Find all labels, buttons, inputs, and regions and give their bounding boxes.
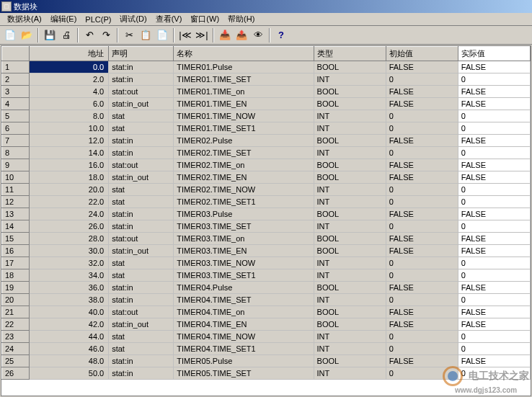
cell-initial-value[interactable]: FALSE xyxy=(386,86,458,98)
cell-address[interactable]: 16.0 xyxy=(30,159,109,171)
row-number[interactable]: 2 xyxy=(2,73,30,86)
save-icon[interactable]: 💾 xyxy=(42,27,58,43)
cell-actual-value[interactable]: FALSE xyxy=(458,159,530,171)
cell-declaration[interactable]: stat:out xyxy=(109,306,174,318)
table-row[interactable]: 10.0stat:inTIMER01.PulseBOOLFALSEFALSE xyxy=(2,61,531,73)
cell-type[interactable]: INT xyxy=(314,257,386,269)
cell-actual-value[interactable]: 0 xyxy=(458,257,530,269)
cell-actual-value[interactable]: 0 xyxy=(458,220,530,233)
menu-help[interactable]: 帮助(H) xyxy=(223,13,259,25)
cell-type[interactable]: INT xyxy=(314,367,386,380)
cell-address[interactable]: 22.0 xyxy=(30,196,109,208)
cell-name[interactable]: TIMER03.TIME_NOW xyxy=(174,257,314,269)
open-icon[interactable]: 📂 xyxy=(19,27,35,43)
col-address[interactable]: 地址 xyxy=(30,47,109,61)
menu-window[interactable]: 窗口(W) xyxy=(186,13,223,25)
cell-type[interactable]: INT xyxy=(314,147,386,159)
cell-type[interactable]: BOOL xyxy=(314,171,386,184)
upload-icon[interactable]: 📤 xyxy=(234,27,249,43)
row-number[interactable]: 8 xyxy=(2,147,30,159)
cell-address[interactable]: 46.0 xyxy=(30,343,109,355)
cell-type[interactable]: BOOL xyxy=(314,282,386,294)
cell-declaration[interactable]: stat:in_out xyxy=(109,171,174,184)
cell-initial-value[interactable]: 0 xyxy=(386,147,458,159)
cell-name[interactable]: TIMER03.Pulse xyxy=(174,208,314,220)
cell-type[interactable]: BOOL xyxy=(314,208,386,220)
cell-name[interactable]: TIMER04.Pulse xyxy=(174,282,314,294)
print-icon[interactable]: 🖨 xyxy=(58,27,74,43)
cell-name[interactable]: TIMER01.TIME_on xyxy=(174,86,314,98)
cell-actual-value[interactable]: 0 xyxy=(458,184,530,196)
cell-address[interactable]: 0.0 xyxy=(30,61,109,73)
cell-address[interactable]: 4.0 xyxy=(30,86,109,98)
table-row[interactable]: 2140.0stat:outTIMER04.TIME_onBOOLFALSEFA… xyxy=(2,306,531,318)
cell-initial-value[interactable]: FALSE xyxy=(386,355,458,367)
cell-type[interactable]: BOOL xyxy=(314,61,386,73)
cell-declaration[interactable]: stat:in xyxy=(109,355,174,367)
goto-end-icon[interactable]: ≫| xyxy=(194,27,210,43)
cell-declaration[interactable]: stat:out xyxy=(109,86,174,98)
cell-type[interactable]: INT xyxy=(314,73,386,86)
cell-type[interactable]: INT xyxy=(314,331,386,343)
table-row[interactable]: 916.0stat:outTIMER02.TIME_onBOOLFALSEFAL… xyxy=(2,159,531,171)
cell-address[interactable]: 34.0 xyxy=(30,269,109,282)
cell-initial-value[interactable]: 0 xyxy=(386,294,458,306)
cell-declaration[interactable]: stat xyxy=(109,196,174,208)
new-icon[interactable]: 📄 xyxy=(2,27,18,43)
cell-initial-value[interactable]: FALSE xyxy=(386,98,458,110)
row-number[interactable]: 23 xyxy=(2,331,30,343)
table-row[interactable]: 1834.0statTIMER03.TIME_SET1INT00 xyxy=(2,269,531,282)
row-number[interactable]: 25 xyxy=(2,355,30,367)
cell-name[interactable]: TIMER05.TIME_SET xyxy=(174,367,314,380)
cell-actual-value[interactable]: FALSE xyxy=(458,282,530,294)
row-number[interactable]: 1 xyxy=(2,61,30,73)
menu-datablock[interactable]: 数据块(A) xyxy=(3,13,46,25)
cell-declaration[interactable]: stat xyxy=(109,110,174,122)
cell-type[interactable]: BOOL xyxy=(314,159,386,171)
cell-declaration[interactable]: stat:in xyxy=(109,61,174,73)
cell-address[interactable]: 44.0 xyxy=(30,331,109,343)
table-row[interactable]: 46.0stat:in_outTIMER01.TIME_ENBOOLFALSEF… xyxy=(2,98,531,110)
cell-address[interactable]: 20.0 xyxy=(30,184,109,196)
row-number[interactable]: 16 xyxy=(2,245,30,257)
table-row[interactable]: 1120.0statTIMER02.TIME_NOWINT00 xyxy=(2,184,531,196)
row-number[interactable]: 11 xyxy=(2,184,30,196)
cell-type[interactable]: BOOL xyxy=(314,86,386,98)
cell-initial-value[interactable]: 0 xyxy=(386,184,458,196)
cell-initial-value[interactable]: 0 xyxy=(386,367,458,380)
cell-address[interactable]: 8.0 xyxy=(30,110,109,122)
cell-declaration[interactable]: stat:in xyxy=(109,367,174,380)
cell-declaration[interactable]: stat xyxy=(109,257,174,269)
cell-name[interactable]: TIMER04.TIME_SET1 xyxy=(174,343,314,355)
cell-type[interactable]: INT xyxy=(314,220,386,233)
cell-address[interactable]: 6.0 xyxy=(30,98,109,110)
cell-type[interactable]: INT xyxy=(314,196,386,208)
cell-initial-value[interactable]: FALSE xyxy=(386,306,458,318)
table-row[interactable]: 1732.0statTIMER03.TIME_NOWINT00 xyxy=(2,257,531,269)
col-rownum[interactable] xyxy=(2,47,30,61)
cell-address[interactable]: 10.0 xyxy=(30,122,109,135)
cell-declaration[interactable]: stat:in xyxy=(109,73,174,86)
cell-actual-value[interactable]: 0 xyxy=(458,110,530,122)
cell-actual-value[interactable]: FALSE xyxy=(458,208,530,220)
cell-name[interactable]: TIMER01.TIME_SET1 xyxy=(174,122,314,135)
cell-declaration[interactable]: stat:in xyxy=(109,294,174,306)
cell-declaration[interactable]: stat:out xyxy=(109,233,174,245)
menu-plc[interactable]: PLC(P) xyxy=(81,14,115,24)
cell-name[interactable]: TIMER03.TIME_on xyxy=(174,233,314,245)
cell-type[interactable]: INT xyxy=(314,122,386,135)
table-row[interactable]: 814.0stat:inTIMER02.TIME_SETINT00 xyxy=(2,147,531,159)
cell-name[interactable]: TIMER02.TIME_NOW xyxy=(174,184,314,196)
cell-name[interactable]: TIMER04.TIME_on xyxy=(174,306,314,318)
cell-name[interactable]: TIMER03.TIME_SET1 xyxy=(174,269,314,282)
cell-name[interactable]: TIMER02.TIME_SET xyxy=(174,147,314,159)
cell-name[interactable]: TIMER02.TIME_on xyxy=(174,159,314,171)
row-number[interactable]: 18 xyxy=(2,269,30,282)
row-number[interactable]: 7 xyxy=(2,135,30,147)
cell-declaration[interactable]: stat xyxy=(109,343,174,355)
download-icon[interactable]: 📥 xyxy=(217,27,233,43)
col-declaration[interactable]: 声明 xyxy=(109,47,174,61)
table-row[interactable]: 2038.0stat:inTIMER04.TIME_SETINT00 xyxy=(2,294,531,306)
goto-start-icon[interactable]: |≪ xyxy=(177,27,193,43)
cell-address[interactable]: 12.0 xyxy=(30,135,109,147)
